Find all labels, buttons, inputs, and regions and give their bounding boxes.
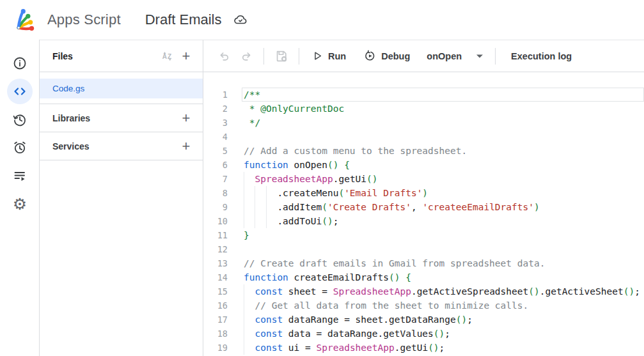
- line-number[interactable]: 9: [203, 200, 242, 214]
- execution-log-button[interactable]: Execution log: [506, 47, 577, 65]
- debug-label: Debug: [381, 51, 410, 61]
- code-line[interactable]: 11}: [203, 228, 644, 242]
- info-icon: [7, 50, 33, 76]
- code-line[interactable]: 5// Add a custom menu to the spreadsheet…: [203, 144, 644, 158]
- az-sort-icon[interactable]: A Z: [159, 47, 177, 65]
- redo-icon: [240, 50, 253, 63]
- execution-log-label: Execution log: [511, 51, 572, 61]
- line-text: .addToUi();: [242, 214, 644, 228]
- line-number[interactable]: 8: [203, 186, 242, 200]
- history-icon: [7, 107, 33, 132]
- nav-editor[interactable]: [0, 77, 40, 105]
- line-number[interactable]: 4: [203, 130, 242, 144]
- code-icon: [7, 79, 33, 104]
- debug-icon: [364, 50, 376, 62]
- code-line[interactable]: 15 const sheet = SpreadsheetApp.getActiv…: [203, 284, 644, 298]
- line-number[interactable]: 7: [203, 172, 242, 186]
- line-number[interactable]: 3: [203, 116, 242, 130]
- code-line[interactable]: 9 .addItem('Create Drafts', 'createeEmai…: [203, 200, 644, 214]
- debug-button[interactable]: Debug: [359, 46, 415, 66]
- line-number[interactable]: 5: [203, 144, 242, 158]
- line-text: [242, 242, 644, 256]
- add-file-button[interactable]: +: [177, 47, 195, 65]
- line-number[interactable]: 1: [203, 88, 242, 102]
- libraries-section[interactable]: Libraries +: [40, 104, 203, 132]
- chevron-down-icon: [476, 54, 483, 59]
- line-number[interactable]: 10: [203, 214, 242, 228]
- divider: [263, 48, 264, 65]
- line-text: // Add a custom menu to the spreadsheet.: [242, 144, 644, 158]
- editor-column: Run Debug onOpen Execution log: [203, 40, 644, 356]
- save-icon: [274, 49, 288, 63]
- code-line[interactable]: 13// Create draft emails in Gmail from s…: [203, 256, 644, 270]
- code-line[interactable]: 16 // Get all data from the sheet to min…: [203, 298, 644, 313]
- nav-project-history[interactable]: [0, 105, 40, 134]
- line-number[interactable]: 15: [203, 284, 242, 298]
- code-line[interactable]: 7 SpreadsheetApp.getUi(): [203, 172, 644, 186]
- app-name: Apps Script: [47, 12, 121, 28]
- line-number[interactable]: 13: [203, 256, 242, 270]
- line-number[interactable]: 12: [203, 242, 242, 256]
- code-line[interactable]: 17 const dataRange = sheet.getDataRange(…: [203, 313, 644, 327]
- line-text: const ui = SpreadsheetApp.getUi();: [242, 341, 644, 355]
- redo-button[interactable]: [235, 46, 258, 66]
- code-line[interactable]: 14function createEmailDrafts() {: [203, 270, 644, 284]
- file-row-code-gs[interactable]: Code.gs: [40, 79, 203, 98]
- code-line[interactable]: 12: [203, 242, 644, 256]
- code-editor[interactable]: 1/**2 * @OnlyCurrentDoc3 */45// Add a cu…: [203, 72, 644, 356]
- app-header: Apps Script Draft Emails: [0, 0, 644, 40]
- code-line[interactable]: 8 .createMenu('Email Drafts'): [203, 186, 644, 200]
- line-text: const sheet = SpreadsheetApp.getActiveSp…: [242, 284, 644, 298]
- line-number[interactable]: 17: [203, 313, 242, 327]
- line-number[interactable]: 14: [203, 270, 242, 284]
- line-text: */: [242, 116, 644, 130]
- run-button[interactable]: Run: [307, 47, 351, 65]
- line-number[interactable]: 16: [203, 298, 242, 313]
- svg-text:A: A: [162, 52, 168, 59]
- project-title: Draft Emails: [145, 12, 222, 28]
- add-service-button[interactable]: +: [177, 137, 195, 155]
- line-number[interactable]: 19: [203, 341, 242, 355]
- code-lines: 1/**2 * @OnlyCurrentDoc3 */45// Add a cu…: [203, 88, 644, 355]
- divider: [299, 48, 299, 65]
- nav-settings[interactable]: ⚙: [0, 190, 40, 218]
- add-library-button[interactable]: +: [177, 109, 195, 127]
- code-line[interactable]: 4: [203, 130, 644, 144]
- run-icon: [312, 50, 323, 61]
- line-text: SpreadsheetApp.getUi(): [242, 172, 644, 186]
- gear-icon: ⚙: [7, 191, 33, 217]
- function-selector[interactable]: onOpen: [420, 47, 490, 65]
- undo-icon: [217, 50, 230, 63]
- plus-icon: +: [182, 49, 191, 63]
- services-label: Services: [52, 141, 177, 151]
- code-line[interactable]: 2 * @OnlyCurrentDoc: [203, 102, 644, 116]
- services-section[interactable]: Services +: [40, 132, 203, 160]
- nav-overview[interactable]: [0, 49, 40, 77]
- code-line[interactable]: 6function onOpen() {: [203, 158, 644, 172]
- line-text: /**: [242, 88, 644, 102]
- cloud-check-icon: [233, 13, 247, 27]
- files-header: Files A Z +: [40, 40, 203, 72]
- line-number[interactable]: 11: [203, 228, 242, 242]
- save-button[interactable]: [269, 45, 294, 67]
- files-title: Files: [52, 51, 159, 61]
- line-text: }: [242, 228, 644, 242]
- line-text: .createMenu('Email Drafts'): [242, 186, 644, 200]
- code-line[interactable]: 1/**: [203, 88, 644, 102]
- code-line[interactable]: 3 */: [203, 116, 644, 130]
- line-text: function onOpen() {: [242, 158, 644, 172]
- code-line[interactable]: 19 const ui = SpreadsheetApp.getUi();: [203, 341, 644, 355]
- nav-triggers[interactable]: [0, 134, 40, 162]
- apps-script-logo-icon: [13, 8, 40, 32]
- code-line[interactable]: 18 const data = dataRange.getValues();: [203, 327, 644, 341]
- line-number[interactable]: 18: [203, 327, 242, 341]
- undo-button[interactable]: [212, 46, 235, 66]
- line-text: // Create draft emails in Gmail from spr…: [242, 256, 644, 270]
- alarm-icon: [7, 135, 33, 160]
- line-text: // Get all data from the sheet to minimi…: [242, 298, 644, 313]
- nav-executions[interactable]: [0, 162, 40, 190]
- line-number[interactable]: 2: [203, 102, 242, 116]
- code-line[interactable]: 10 .addToUi();: [203, 214, 644, 228]
- line-number[interactable]: 6: [203, 158, 242, 172]
- file-list: Code.gs: [40, 72, 203, 104]
